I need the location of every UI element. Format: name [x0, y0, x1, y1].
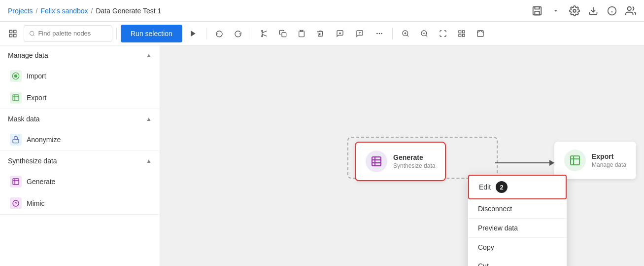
svg-rect-36: [462, 31, 465, 33]
sidebar-section-label-synthesize-data: Synthesize data: [8, 157, 57, 165]
svg-line-29: [407, 35, 408, 37]
sidebar-item-mimic[interactable]: Mimic: [0, 192, 160, 214]
cut-icon-btn[interactable]: [255, 25, 273, 42]
generate-node-title: Generate: [393, 153, 435, 161]
run-selection-button[interactable]: Run selection: [121, 25, 182, 42]
search-input[interactable]: [38, 30, 107, 37]
svg-rect-46: [571, 156, 579, 165]
context-menu-item-cut[interactable]: Cut: [468, 257, 567, 266]
generate-node-subtitle: Synthesize data: [393, 162, 435, 169]
undo-btn[interactable]: [210, 25, 228, 42]
edit-group: [255, 25, 329, 42]
svg-rect-42: [13, 95, 19, 101]
svg-rect-10: [9, 34, 12, 37]
breadcrumb: Projects / Felix's sandbox / Data Genera…: [8, 7, 532, 15]
svg-point-15: [261, 30, 263, 32]
svg-rect-9: [14, 34, 16, 37]
add-comment-btn[interactable]: [331, 25, 349, 42]
zoom-out-btn[interactable]: [415, 25, 433, 42]
svg-rect-39: [477, 31, 483, 37]
context-menu-label-cut: Cut: [478, 262, 489, 266]
divider-3: [251, 28, 251, 39]
generate-node-text: Generate Synthesize data: [393, 153, 435, 169]
svg-point-41: [14, 75, 17, 77]
export-node-title: Export: [592, 152, 626, 160]
svg-rect-45: [372, 157, 381, 166]
dropdown-icon[interactable]: [550, 5, 561, 16]
users-icon[interactable]: [625, 5, 636, 16]
context-menu-item-edit[interactable]: Edit 2: [468, 175, 567, 199]
svg-point-11: [30, 31, 34, 35]
sidebar-item-label-generate: Generate: [27, 178, 55, 186]
sidebar-item-export[interactable]: Export: [0, 87, 160, 109]
svg-line-12: [34, 35, 34, 36]
svg-rect-43: [13, 139, 19, 143]
sidebar-item-label-mimic: Mimic: [27, 199, 45, 207]
anonymize-icon: [10, 134, 22, 146]
paste-icon-btn[interactable]: [293, 25, 310, 42]
svg-point-25: [376, 33, 378, 34]
search-icon: [29, 30, 35, 37]
sidebar-item-import[interactable]: Import: [0, 65, 160, 87]
delete-icon-btn[interactable]: [311, 25, 329, 42]
redo-btn[interactable]: [229, 25, 247, 42]
sidebar-item-anonymize[interactable]: Anonymize: [0, 129, 160, 151]
block-comment-btn[interactable]: [351, 25, 369, 42]
toolbar: Run selection: [0, 22, 644, 45]
context-menu-item-copy[interactable]: Copy: [468, 238, 567, 257]
edit-badge: 2: [496, 181, 508, 193]
fit-view-btn[interactable]: [434, 25, 452, 42]
sidebar-item-generate[interactable]: Generate: [0, 171, 160, 192]
breadcrumb-current: Data Generate Test 1: [96, 7, 161, 15]
settings-icon[interactable]: [569, 5, 580, 16]
sidebar-section-label-manage-data: Manage data: [8, 51, 48, 59]
export-node-subtitle: Manage data: [592, 161, 626, 168]
divider-1: [116, 28, 117, 39]
divider-2: [206, 28, 206, 39]
svg-point-27: [381, 33, 382, 34]
sidebar-section-label-mask-data: Mask data: [8, 115, 40, 123]
context-menu-label-preview: Preview data: [478, 224, 518, 232]
breadcrumb-sandbox[interactable]: Felix's sandbox: [40, 7, 88, 15]
download-icon[interactable]: [588, 5, 599, 16]
svg-rect-37: [462, 34, 465, 37]
breadcrumb-projects[interactable]: Projects: [8, 7, 33, 15]
context-menu-label-copy: Copy: [478, 243, 494, 251]
more-btn[interactable]: [371, 25, 388, 42]
top-nav: Projects / Felix's sandbox / Data Genera…: [0, 0, 644, 22]
save-icon[interactable]: [532, 5, 542, 16]
sidebar-item-label-import: Import: [27, 72, 46, 80]
context-menu-item-disconnect[interactable]: Disconnect: [468, 199, 567, 218]
info-icon[interactable]: [607, 5, 617, 16]
generate-node-icon: [366, 151, 387, 172]
chevron-up-icon: ▲: [146, 52, 152, 59]
svg-rect-44: [13, 179, 19, 185]
generate-node[interactable]: Generate Synthesize data: [355, 142, 446, 181]
svg-marker-13: [191, 31, 195, 37]
zoom-in-btn[interactable]: [397, 25, 414, 42]
minimap-btn[interactable]: [472, 25, 489, 42]
chevron-up-mask-icon: ▲: [146, 115, 152, 122]
svg-rect-20: [300, 30, 303, 32]
context-menu: Edit 2 Disconnect Preview data Copy Cut …: [468, 175, 567, 266]
copy-icon-btn[interactable]: [274, 25, 292, 42]
palette-toggle-btn[interactable]: [4, 25, 22, 42]
sidebar: Manage data ▲ Import Export Mask data ▲: [0, 45, 160, 266]
export-node[interactable]: Export Manage data: [554, 142, 636, 179]
export-node-icon: [564, 150, 586, 171]
grid-view-btn[interactable]: [453, 25, 471, 42]
import-icon: [10, 70, 22, 82]
sidebar-item-label-export: Export: [27, 94, 46, 102]
zoom-group: [397, 25, 489, 42]
sidebar-item-label-anonymize: Anonymize: [27, 136, 61, 144]
canvas[interactable]: Generate Synthesize data Export Manage d…: [160, 45, 644, 266]
context-menu-item-preview[interactable]: Preview data: [468, 219, 567, 237]
sidebar-section-header-manage-data[interactable]: Manage data ▲: [0, 45, 160, 65]
sidebar-section-header-synthesize-data[interactable]: Synthesize data ▲: [0, 151, 160, 171]
nav-icons: [532, 5, 636, 16]
sidebar-section-header-mask-data[interactable]: Mask data ▲: [0, 109, 160, 129]
svg-rect-8: [14, 30, 16, 33]
play-btn[interactable]: [184, 25, 202, 42]
sidebar-section-mask-data: Mask data ▲ Anonymize: [0, 109, 160, 151]
svg-rect-19: [282, 33, 286, 37]
